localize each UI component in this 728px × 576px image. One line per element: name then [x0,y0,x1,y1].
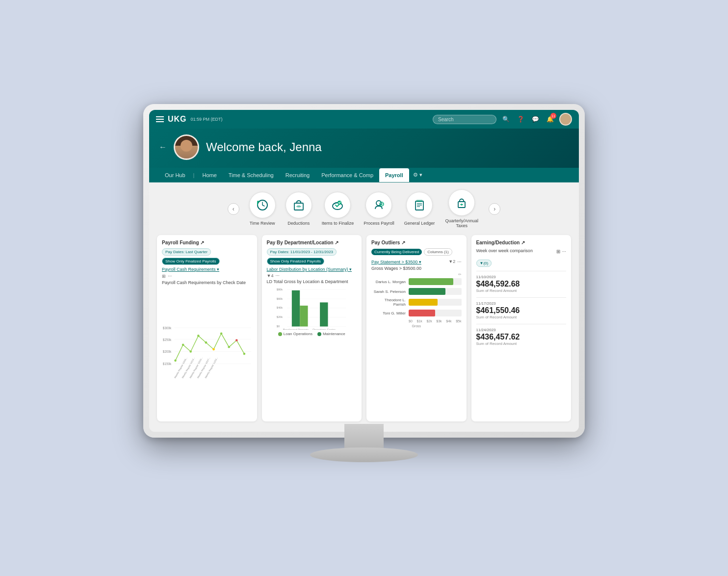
svg-point-28 [205,341,208,344]
earning-date-2: 11/17/2023 [476,301,567,306]
earning-more-btn[interactable]: ··· [562,249,566,254]
pay-by-dept-title[interactable]: Pay By Department/Location ↗ [267,240,357,245]
pay-outliers-filters: Currently Being Delivered Columns (1) [371,248,462,256]
svg-point-24 [174,360,177,362]
earning-filter-chip[interactable]: ▼(0) [476,260,492,267]
divider-2 [476,297,567,298]
pay-outliers-title[interactable]: Pay Outliers ↗ [371,240,462,245]
qa-items-to-finalize[interactable]: Items to Finalize [322,192,354,226]
columns-chip[interactable]: Columns (1) [424,248,452,256]
pay-by-dept-filters: Pay Dates: 11/01/2023 - 12/31/2023 [267,248,357,256]
svg-point-32 [235,339,238,341]
legend-loan-ops: Loan Operations [278,332,312,336]
qa-general-ledger-label: General Ledger [404,221,435,226]
dept-filter-icon[interactable]: ▼4 [267,273,274,278]
nav-item-payroll[interactable]: Payroll [379,168,409,182]
qa-quarterly-taxes[interactable]: Quarterly/Annual Taxes [444,189,479,228]
payroll-funding-title[interactable]: Payroll Funding ↗ [162,240,252,245]
person-name-parrish: Theodore L. Parrish [371,298,406,307]
top-bar-left: UKG 01:59 PM (EDT) [156,115,223,124]
finalized-dept-chip[interactable]: Show Only Finalized Payrolls [267,258,325,265]
qa-process-payroll-icon-circle [365,192,392,218]
hbar-outer-miller [409,310,462,316]
earning-sub-1: Sum of Record Amount [476,288,567,293]
qa-process-payroll[interactable]: Process Payroll [364,192,394,226]
filter-icon[interactable]: ⊞ [162,274,166,279]
pay-dates-filter-chip[interactable]: Pay Dates: Last Quarter [162,248,211,256]
labor-distribution-link[interactable]: Labor Distribution by Location (Summary)… [267,267,357,272]
search-input[interactable] [433,115,496,124]
pay-statement-link[interactable]: Pay Statement > $3500 ▾ [371,260,421,264]
pay-outliers-x-axis: $0 $1k $2k $3k $4k $5k [371,319,462,323]
chat-icon[interactable]: 💬 [530,114,541,125]
hbar-row-peterson: Sarah S. Peterson [371,288,462,295]
pay-dates-dept-chip[interactable]: Pay Dates: 11/01/2023 - 12/31/2023 [267,248,337,256]
hbar-outer-peterson [409,288,462,295]
svg-text:$40k: $40k [276,306,283,309]
main-content: ‹ Time Review [149,183,579,432]
earning-deduction-title[interactable]: Earning/Deduction ↗ [476,240,567,245]
legend-maintenance-dot [317,332,321,336]
pay-by-dept-chart: $80k $60k $40k $20k $0 [267,286,357,417]
hamburger-menu[interactable] [156,116,164,122]
svg-point-25 [182,343,184,346]
earning-sub-2: Sum of Record Amount [476,315,567,319]
svg-text:$300k: $300k [163,326,172,330]
nav-item-time-scheduling[interactable]: Time & Scheduling [223,168,280,182]
back-button[interactable]: ← [159,143,167,152]
pay-outliers-more-btn[interactable]: ··· [457,259,461,264]
quick-access-prev[interactable]: ‹ [228,203,239,215]
more-options-btn[interactable]: ··· [168,273,172,279]
help-icon[interactable]: ❓ [515,114,526,125]
hbar-row-parrish: Theodore L. Parrish [371,298,462,307]
pay-outliers-filter-icon[interactable]: ▼2 [448,259,455,264]
earning-sub-3: Sum of Record Amount [476,341,567,346]
dept-more-btn[interactable]: ··· [275,273,279,278]
x-label-4k: $4k [446,319,451,323]
finalized-filter-chip[interactable]: Show Only Finalized Payrolls [162,258,220,265]
nav-item-performance-comp[interactable]: Performance & Comp [315,168,379,182]
general-ledger-icon [413,198,426,212]
nav-gear-button[interactable]: ⚙ ▾ [409,168,426,182]
nav-item-recruiting[interactable]: Recruiting [280,168,316,182]
qa-time-review-label: Time Review [250,221,275,226]
quick-access-row: ‹ Time Review [157,189,571,228]
search-icon[interactable]: 🔍 [500,114,511,125]
qa-process-payroll-label: Process Payroll [364,221,394,226]
svg-text:$0: $0 [276,325,279,328]
nav-item-home[interactable]: Home [196,168,222,182]
svg-point-29 [212,348,215,351]
svg-text:$200k: $200k [163,350,172,353]
edit-icon[interactable]: ✏ [458,272,462,277]
qa-quarterly-taxes-icon-circle [448,189,475,216]
qa-time-review[interactable]: Time Review [249,192,276,226]
svg-rect-12 [416,200,422,202]
avatar-image [175,136,198,158]
table-view-icon[interactable]: ⊞ [556,249,560,254]
being-delivered-chip[interactable]: Currently Being Delivered [371,249,422,255]
payroll-funding-card: Payroll Funding ↗ Pay Dates: Last Quarte… [157,235,257,421]
nav-item-ourhub[interactable]: Our Hub [159,168,191,182]
hbar-row-morgan: Darius L. Morgan [371,278,462,285]
cash-requirements-link[interactable]: Payroll Cash Requirements ▾ [162,267,252,272]
bar-chart-svg: $80k $60k $40k $20k $0 [267,286,357,330]
monitor-stand-base [310,447,418,462]
legend-maintenance-label: Maintenance [323,332,345,336]
deductions-icon [292,198,306,212]
process-payroll-icon [372,198,386,212]
person-name-peterson: Sarah S. Peterson [371,289,406,294]
svg-text:$60k: $60k [276,297,283,300]
svg-text:$80k: $80k [276,288,283,291]
svg-point-30 [220,333,223,335]
qa-items-to-finalize-icon-circle [324,192,351,218]
notifications-icon[interactable]: 🔔 11 [545,114,555,125]
svg-point-7 [380,202,384,206]
quick-access-next[interactable]: › [489,203,500,215]
svg-point-6 [376,201,381,206]
qa-deductions-icon-circle [286,192,312,218]
user-avatar[interactable] [559,113,572,126]
qa-deductions[interactable]: Deductions [286,192,312,226]
qa-general-ledger[interactable]: General Ledger [404,192,435,226]
hbar-row-miller: Toni G. Miller [371,310,462,316]
hbar-outer-parrish [409,299,462,306]
